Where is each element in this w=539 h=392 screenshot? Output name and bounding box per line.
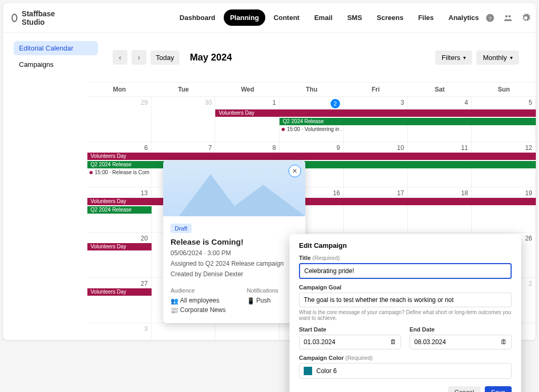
end-date-label: End Date xyxy=(410,326,512,333)
weekday-head: Fri xyxy=(344,83,408,96)
nav-planning[interactable]: Planning xyxy=(224,9,265,26)
color-field-label: Campaign Color (Required) xyxy=(299,355,512,361)
event-assigned: Assigned to Q2 2024 Release campaign xyxy=(171,260,298,267)
goal-helper-text: What is the core message of your campaig… xyxy=(299,309,512,321)
title-field-label: Title (Required) xyxy=(299,255,512,261)
nav-analytics[interactable]: Analytics xyxy=(442,9,485,26)
save-button[interactable]: Save xyxy=(485,386,512,392)
nav-dashboard[interactable]: Dashboard xyxy=(173,9,222,26)
event-bar-release[interactable]: Q2 2024 Release xyxy=(280,118,536,125)
event-image-placeholder: ✕ xyxy=(163,160,305,216)
nav-files[interactable]: Files xyxy=(412,9,440,26)
prev-month-button[interactable]: ‹ xyxy=(113,50,127,65)
event-bar-volunteers[interactable]: Volunteers Day xyxy=(87,198,536,205)
cancel-button[interactable]: Cancel xyxy=(448,386,480,392)
main-nav: Dashboard Planning Content Email SMS Scr… xyxy=(173,9,485,26)
next-month-button[interactable]: › xyxy=(132,50,146,65)
nav-sms[interactable]: SMS xyxy=(341,9,368,26)
event-bar-volunteers[interactable]: Volunteers Day xyxy=(215,109,536,117)
sidebar-item-campaigns[interactable]: Campaigns xyxy=(14,57,98,72)
audience-label: Audience xyxy=(171,287,226,294)
weekday-head: Tue xyxy=(152,83,216,96)
close-icon[interactable]: ✕ xyxy=(288,165,301,177)
phone-icon: 📱 xyxy=(247,297,253,304)
weekday-head: Wed xyxy=(215,83,280,96)
calendar-title: May 2024 xyxy=(190,52,232,63)
audience-item: 👥All employees xyxy=(171,297,226,304)
people-icon: 👥 xyxy=(171,297,177,304)
event-bar-release[interactable]: Q2 2024 Release xyxy=(87,161,536,168)
calendar-icon: 🗓︎ xyxy=(501,338,507,346)
edit-campaign-dialog: Edit Campaign Title (Required) Campaign … xyxy=(290,234,521,392)
dialog-title: Edit Campaign xyxy=(299,242,512,249)
filters-dropdown[interactable]: Filters▾ xyxy=(435,51,472,65)
audience-item: 📰Corporate News xyxy=(171,306,226,314)
event-created: Created by Denise Dexter xyxy=(171,270,298,278)
event-details-popover: ✕ Draft Release is Coming! 05/06/2024 · … xyxy=(163,160,305,323)
color-swatch-icon xyxy=(304,367,312,375)
brand-name: Staffbase Studio xyxy=(22,9,57,26)
chevron-down-icon: ▾ xyxy=(463,55,466,61)
nav-content[interactable]: Content xyxy=(267,9,306,26)
today-button[interactable]: Today xyxy=(151,51,179,65)
event-datetime: 05/06/2024 · 3:00 PM xyxy=(171,249,298,257)
end-date-input[interactable]: 08.03.2024🗓︎ xyxy=(410,335,512,349)
campaign-color-select[interactable]: Color 6 xyxy=(299,363,512,379)
calendar-icon: 🗓︎ xyxy=(390,338,396,346)
svg-point-3 xyxy=(508,15,511,17)
event-bar-volunteers[interactable]: Volunteers Day xyxy=(87,288,152,296)
weekday-head: Sun xyxy=(472,83,536,96)
event-title: Release is Coming! xyxy=(171,237,298,246)
event-item[interactable]: 15:00 · Release is Comi... xyxy=(89,169,149,175)
goal-field-label: Campaign Goal xyxy=(299,284,512,290)
start-date-label: Start Date xyxy=(299,326,401,333)
sidebar-item-editorial[interactable]: Editorial Calendar xyxy=(14,41,98,55)
notifications-label: Notifications xyxy=(247,287,278,294)
view-dropdown[interactable]: Monthly▾ xyxy=(476,51,519,65)
brand-logo-icon xyxy=(12,14,17,22)
status-badge: Draft xyxy=(171,224,192,233)
brand: Staffbase Studio xyxy=(12,9,57,26)
chevron-down-icon: ▾ xyxy=(510,55,513,61)
start-date-input[interactable]: 01.03.2024🗓︎ xyxy=(299,335,401,349)
gear-icon[interactable] xyxy=(521,13,531,23)
event-bar-volunteers[interactable]: Volunteers Day xyxy=(87,243,152,250)
campaign-goal-input[interactable]: The goal is to test whether the reach is… xyxy=(299,293,512,307)
notification-item: 📱Push xyxy=(247,297,278,304)
news-icon: 📰 xyxy=(171,307,177,313)
svg-text:?: ? xyxy=(488,15,492,21)
weekday-head: Thu xyxy=(280,83,344,96)
campaign-title-input[interactable] xyxy=(299,263,512,279)
event-bar-release[interactable]: Q2 2024 Release xyxy=(87,206,152,214)
nav-screens[interactable]: Screens xyxy=(371,9,410,26)
people-icon[interactable] xyxy=(503,13,513,23)
weekday-head: Mon xyxy=(87,83,152,96)
event-item[interactable]: 15:00 · Volunteering in ... xyxy=(282,126,342,132)
weekday-head: Sat xyxy=(408,83,472,96)
svg-point-2 xyxy=(505,15,508,17)
help-icon[interactable]: ? xyxy=(485,13,495,23)
nav-email[interactable]: Email xyxy=(308,9,339,26)
event-bar-volunteers[interactable]: Volunteers Day xyxy=(87,153,536,160)
